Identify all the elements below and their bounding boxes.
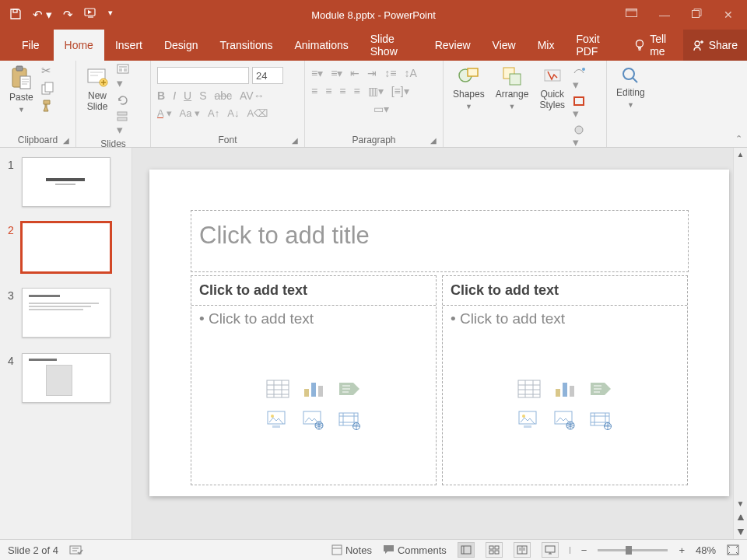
underline-icon[interactable]: U [184, 89, 191, 102]
strikethrough-icon[interactable]: abc [214, 89, 232, 102]
shadow-icon[interactable]: S [199, 89, 206, 102]
section-icon[interactable]: ▾ [117, 110, 132, 137]
cut-icon[interactable]: ✂ [41, 64, 55, 78]
tell-me[interactable]: Tell me [625, 30, 682, 61]
insert-online-pictures-icon[interactable] [299, 407, 328, 433]
insert-smartart-icon[interactable] [586, 376, 615, 402]
increase-indent-icon[interactable]: ⇥ [367, 67, 377, 79]
spell-check-icon[interactable] [69, 544, 83, 556]
notes-button[interactable]: Notes [331, 544, 372, 556]
tab-design[interactable]: Design [153, 30, 209, 61]
insert-pictures-icon[interactable] [263, 407, 293, 433]
justify-icon[interactable]: ≡ [354, 85, 360, 97]
decrease-font-icon[interactable]: A↓ [227, 107, 239, 119]
line-spacing-icon[interactable]: ↕≡ [384, 67, 396, 79]
tab-file[interactable]: File [11, 30, 51, 61]
comments-button[interactable]: Comments [383, 544, 447, 556]
clear-formatting-icon[interactable]: A⌫ [247, 107, 268, 119]
layout-icon[interactable]: ▾ [117, 64, 132, 90]
align-center-icon[interactable]: ≡ [325, 85, 331, 97]
normal-view-icon[interactable] [458, 542, 475, 558]
zoom-out-icon[interactable]: − [581, 544, 587, 556]
format-painter-icon[interactable] [41, 99, 55, 113]
maximize-icon[interactable] [692, 9, 702, 21]
align-left-icon[interactable]: ≡ [311, 85, 317, 97]
font-color-icon[interactable]: A ▾ [157, 107, 172, 119]
insert-pictures-icon[interactable] [514, 407, 544, 433]
tab-view[interactable]: View [482, 30, 527, 61]
redo-icon[interactable]: ↷ [63, 8, 73, 22]
insert-video-icon[interactable] [335, 407, 364, 433]
tab-insert[interactable]: Insert [104, 30, 153, 61]
font-name-input[interactable] [157, 67, 249, 84]
scroll-down-icon[interactable]: ▼ [734, 497, 747, 511]
bullets-icon[interactable]: ≡▾ [311, 67, 323, 79]
tab-animations[interactable]: Animations [283, 30, 359, 61]
italic-icon[interactable]: I [173, 89, 176, 102]
change-case-icon[interactable]: Aa ▾ [180, 107, 201, 119]
font-launcher-icon[interactable]: ◢ [292, 136, 298, 145]
numbering-icon[interactable]: ≡▾ [331, 67, 342, 79]
save-icon[interactable] [9, 8, 22, 22]
right-content-placeholder[interactable]: Click to add text • Click to add text [442, 275, 688, 485]
scroll-up-icon[interactable]: ▲ [734, 148, 747, 162]
ribbon-display-icon[interactable] [626, 9, 637, 21]
collapse-ribbon-icon[interactable]: ⌃ [735, 134, 742, 144]
slide-thumbnail-3[interactable] [22, 288, 110, 338]
share-button[interactable]: Share [683, 30, 747, 61]
insert-chart-icon[interactable] [299, 376, 328, 402]
insert-table-icon[interactable] [263, 376, 293, 402]
slide[interactable]: Click to add title Click to add text • C… [149, 170, 729, 496]
slide-canvas-area[interactable]: Click to add title Click to add text • C… [132, 148, 747, 539]
insert-video-icon[interactable] [586, 407, 615, 433]
slide-sorter-view-icon[interactable] [486, 542, 503, 558]
increase-font-icon[interactable]: A↑ [208, 107, 219, 119]
shape-effects-icon[interactable]: ▾ [573, 124, 587, 149]
align-right-icon[interactable]: ≡ [339, 85, 345, 97]
convert-smartart-icon[interactable]: ▭▾ [374, 103, 389, 115]
reset-icon[interactable] [117, 94, 132, 107]
tab-home[interactable]: Home [54, 30, 104, 61]
insert-online-pictures-icon[interactable] [550, 407, 580, 433]
tab-slideshow[interactable]: Slide Show [359, 30, 424, 61]
arrange-button[interactable]: Arrange ▼ [493, 64, 532, 112]
decrease-indent-icon[interactable]: ⇤ [350, 67, 359, 79]
close-icon[interactable]: ✕ [724, 9, 733, 21]
shapes-button[interactable]: Shapes ▼ [450, 64, 488, 112]
tab-foxit[interactable]: Foxit PDF [565, 30, 625, 61]
title-placeholder[interactable]: Click to add title [191, 210, 689, 272]
shape-fill-icon[interactable]: ▾ [573, 67, 587, 92]
slide-show-view-icon[interactable] [542, 542, 559, 558]
text-direction-icon[interactable]: ↕A [405, 67, 417, 79]
font-size-input[interactable] [252, 67, 283, 84]
paragraph-launcher-icon[interactable]: ◢ [430, 136, 437, 145]
slide-thumbnail-2[interactable] [22, 222, 110, 272]
tab-mix[interactable]: Mix [527, 30, 566, 61]
new-slide-button[interactable]: New Slide [82, 64, 112, 114]
customize-qat-icon[interactable]: ▾ [108, 8, 113, 22]
fit-to-window-icon[interactable] [727, 544, 739, 555]
copy-icon[interactable] [41, 82, 55, 95]
undo-icon[interactable]: ↶ ▾ [33, 8, 52, 22]
align-text-icon[interactable]: [≡]▾ [391, 85, 409, 97]
tab-transitions[interactable]: Transitions [209, 30, 284, 61]
slide-counter[interactable]: Slide 2 of 4 [8, 544, 58, 556]
insert-smartart-icon[interactable] [335, 376, 364, 402]
insert-table-icon[interactable] [514, 376, 544, 402]
clipboard-launcher-icon[interactable]: ◢ [63, 136, 69, 145]
previous-slide-icon[interactable]: ⯅ [734, 511, 747, 525]
slide-thumbnail-4[interactable] [22, 353, 110, 403]
tab-review[interactable]: Review [424, 30, 482, 61]
reading-view-icon[interactable] [514, 542, 531, 558]
editing-button[interactable]: Editing ▼ [613, 64, 648, 110]
zoom-level[interactable]: 48% [696, 544, 716, 556]
columns-icon[interactable]: ▥▾ [368, 85, 384, 97]
minimize-icon[interactable]: — [659, 9, 670, 21]
quick-styles-button[interactable]: Quick Styles [536, 64, 568, 113]
character-spacing-icon[interactable]: AV↔ [240, 89, 265, 102]
zoom-in-icon[interactable]: + [679, 544, 685, 556]
insert-chart-icon[interactable] [550, 376, 580, 402]
start-from-beginning-icon[interactable] [84, 8, 97, 22]
shape-outline-icon[interactable]: ▾ [573, 96, 587, 121]
slide-thumbnail-1[interactable] [22, 157, 110, 207]
